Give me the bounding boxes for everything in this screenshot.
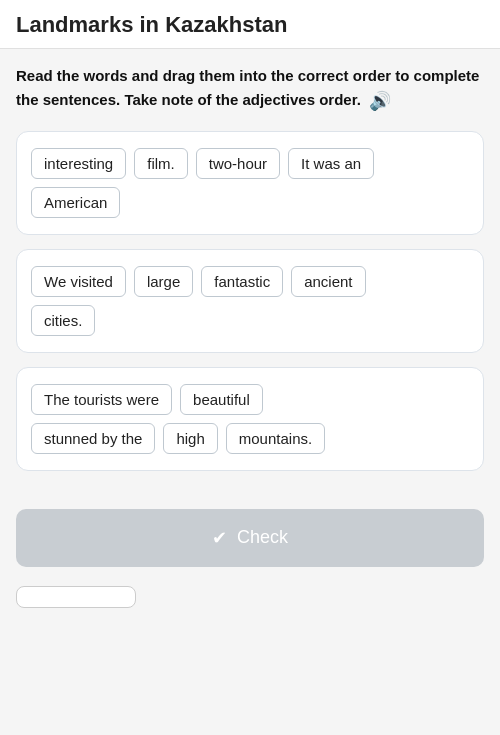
word-chip[interactable]: It was an [288, 148, 374, 179]
word-chip[interactable]: beautiful [180, 384, 263, 415]
bottom-nav-button[interactable] [16, 586, 136, 608]
sentence-2-row-1: We visited large fantastic ancient [31, 266, 469, 297]
bottom-bar [0, 583, 500, 624]
word-chip[interactable]: cities. [31, 305, 95, 336]
word-chip[interactable]: fantastic [201, 266, 283, 297]
check-icon: ✔ [212, 527, 227, 549]
sentence-box-2: We visited large fantastic ancient citie… [16, 249, 484, 353]
main-content: Read the words and drag them into the co… [0, 49, 500, 471]
sentence-3-row-1: The tourists were beautiful [31, 384, 469, 415]
word-chip[interactable]: ancient [291, 266, 365, 297]
word-chip[interactable]: large [134, 266, 193, 297]
word-chip[interactable]: film. [134, 148, 188, 179]
check-button[interactable]: ✔ Check [16, 509, 484, 567]
sentence-3-row-2: stunned by the high mountains. [31, 423, 469, 454]
word-chip[interactable]: mountains. [226, 423, 325, 454]
sentence-2-row-2: cities. [31, 305, 469, 336]
page-title: Landmarks in Kazakhstan [16, 12, 484, 38]
word-chip[interactable]: high [163, 423, 217, 454]
sentence-box-1: interesting film. two-hour It was an Ame… [16, 131, 484, 235]
header: Landmarks in Kazakhstan [0, 0, 500, 49]
instruction-body: Read the words and drag them into the co… [16, 67, 479, 108]
word-chip[interactable]: two-hour [196, 148, 280, 179]
sentence-1-row-2: American [31, 187, 469, 218]
word-chip[interactable]: The tourists were [31, 384, 172, 415]
word-chip[interactable]: interesting [31, 148, 126, 179]
sentence-1-row-1: interesting film. two-hour It was an [31, 148, 469, 179]
word-chip[interactable]: American [31, 187, 120, 218]
word-chip[interactable]: We visited [31, 266, 126, 297]
audio-icon[interactable]: 🔊 [369, 88, 391, 115]
sentence-box-3: The tourists were beautiful stunned by t… [16, 367, 484, 471]
word-chip[interactable]: stunned by the [31, 423, 155, 454]
check-btn-container: ✔ Check [0, 485, 500, 583]
instruction-text: Read the words and drag them into the co… [16, 65, 484, 115]
check-button-label: Check [237, 527, 288, 548]
